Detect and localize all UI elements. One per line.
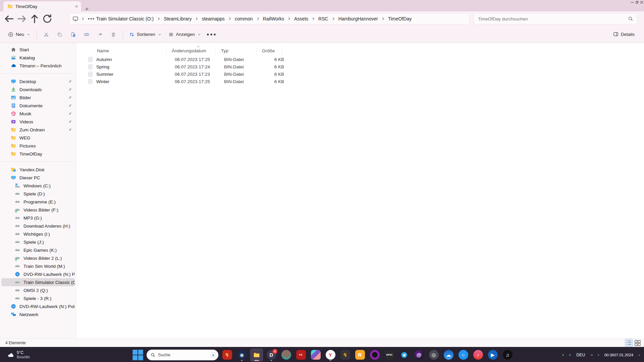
sidebar-item-epic-games-k-[interactable]: Epic Games (K:) xyxy=(1,246,75,254)
taskbar-app-obs[interactable]: ◎ xyxy=(427,349,440,361)
taskbar-app-telegram[interactable] xyxy=(398,349,411,361)
large-icons-view-toggle[interactable] xyxy=(634,339,641,346)
taskbar-app-profile[interactable] xyxy=(280,349,292,361)
details-view-toggle[interactable] xyxy=(625,339,633,346)
sidebar-item-spiele-3-r-[interactable]: Spiele - 3 (R:) xyxy=(1,294,75,302)
taskbar-app-yandex[interactable]: Y xyxy=(324,349,337,361)
taskbar-app-steam[interactable]: ◉ xyxy=(235,349,248,361)
sidebar-item-zum-ordnen[interactable]: Zum Ordnen xyxy=(1,126,75,134)
column-header-modified[interactable]: Änderungsdatum xyxy=(166,46,216,55)
antivirus-tray-icon[interactable] xyxy=(560,349,566,361)
breadcrumb-item[interactable]: common xyxy=(234,16,254,21)
sidebar-item-desktop[interactable]: Desktop xyxy=(1,77,75,85)
taskbar-app-signal[interactable]: ○ xyxy=(457,349,470,361)
table-row[interactable]: Summer06.07.2023 17:23BIN-Datei6 KB xyxy=(82,70,637,78)
column-header-name[interactable]: Name xyxy=(82,46,166,55)
view-button[interactable]: Anzeigen xyxy=(165,28,205,41)
restore-button[interactable] xyxy=(635,0,639,5)
sidebar-item-netzwerk[interactable]: Netzwerk xyxy=(1,310,75,318)
sidebar-item-mp3-g-[interactable]: MP3 (G:) xyxy=(1,214,75,222)
sidebar-item-downloads[interactable]: Downloads xyxy=(1,85,75,94)
new-button[interactable]: Neu xyxy=(5,28,34,41)
cut-button[interactable] xyxy=(40,28,53,41)
weather-widget[interactable]: 5°C Bewölkt xyxy=(5,347,33,362)
breadcrumb-item[interactable]: RailWorks xyxy=(262,16,285,21)
breadcrumb-overflow[interactable]: ••• xyxy=(87,16,96,21)
address-bar[interactable]: ••• Train Simulator Classic (O:)SteamLib… xyxy=(69,13,470,24)
column-header-size[interactable]: Größe xyxy=(257,46,282,55)
taskbar-app-itunes[interactable]: ♪ xyxy=(472,349,484,361)
taskbar-app-discord[interactable]: D4 xyxy=(265,349,278,361)
close-button[interactable] xyxy=(639,0,644,5)
sidebar-item-tilmann-pers-nlich[interactable]: Tilmann – Persönlich xyxy=(1,62,75,70)
taskbar-app-game[interactable] xyxy=(309,349,322,361)
sidebar-item-bilder[interactable]: Bilder xyxy=(1,94,75,102)
sidebar-item-yandex-disk[interactable]: Yandex.Disk xyxy=(1,166,75,174)
search-box[interactable]: TimeOfDay durchsuchen xyxy=(474,13,638,24)
tray-overflow-button[interactable] xyxy=(554,349,559,361)
share-button[interactable] xyxy=(93,28,107,41)
sidebar-item-train-sim-world-m-[interactable]: Train Sim World (M:) xyxy=(1,262,75,270)
table-row[interactable]: Winter06.07.2023 17:25BIN-Datei6 KB xyxy=(82,78,637,85)
windows-security-tray-icon[interactable] xyxy=(567,349,573,361)
sidebar-item-dvd-rw-laufwerk-n-polizei-201[interactable]: DVD-RW-Laufwerk (N:) Polizei 201 xyxy=(1,302,75,310)
sidebar-item-windows-c-[interactable]: Windows (C:) xyxy=(1,182,75,190)
notifications-bell-icon[interactable] xyxy=(637,349,642,361)
breadcrumb-item[interactable]: steamapps xyxy=(201,16,225,21)
rename-button[interactable] xyxy=(80,28,93,41)
device-tray-icon[interactable] xyxy=(589,349,594,361)
taskbar-app-thunder[interactable]: ☁ xyxy=(442,349,455,361)
column-header-type[interactable]: Typ xyxy=(216,46,257,55)
sidebar-item-videos[interactable]: Videos xyxy=(1,118,75,126)
sidebar-item-programme-e-[interactable]: Programme (E:) xyxy=(1,198,75,206)
start-button[interactable] xyxy=(131,349,144,361)
taskbar-app-epic[interactable]: EPIC xyxy=(383,349,396,361)
sidebar-item-musik[interactable]: Musik xyxy=(1,110,75,118)
sidebar-item-timeofday[interactable]: TimeOfDay xyxy=(1,150,75,158)
breadcrumb-item[interactable]: HamburgHannover xyxy=(338,16,379,21)
breadcrumb-item[interactable]: TimeOfDay xyxy=(387,16,412,21)
breadcrumb-item[interactable]: RSC xyxy=(318,16,329,21)
trash-button[interactable] xyxy=(107,28,120,41)
forward-button[interactable] xyxy=(15,13,28,24)
taskbar-search[interactable]: Suche b xyxy=(147,350,218,360)
sidebar-item-download-anderes-h-[interactable]: Download Anderes (H:) xyxy=(1,222,75,230)
sidebar-item-weg[interactable]: WEG xyxy=(1,134,75,142)
new-tab-button[interactable] xyxy=(85,7,89,11)
taskbar-app-tiktok[interactable]: ♫ xyxy=(501,349,514,361)
taskbar-app-rockstar[interactable]: R xyxy=(354,349,366,361)
breadcrumb-item[interactable]: SteamLibrary xyxy=(163,16,192,21)
sidebar-item-spiele-j-[interactable]: Spiele (J:) xyxy=(1,238,75,246)
up-button[interactable] xyxy=(28,13,41,24)
breadcrumb-item[interactable]: Train Simulator Classic (O:) xyxy=(96,16,154,21)
sidebar-item-wichtiges-i-[interactable]: Wichtiges (I:) xyxy=(1,230,75,238)
taskbar-app-opera[interactable] xyxy=(368,349,381,361)
sidebar-item-pictures[interactable]: Pictures xyxy=(1,142,75,150)
sidebar-item-videos-bilder-f-[interactable]: Videos Bilder (F:) xyxy=(1,206,75,214)
sidebar-item-spiele-d-[interactable]: Spiele (D:) xyxy=(1,190,75,198)
sidebar-item-dieser-pc[interactable]: Dieser PC xyxy=(1,174,75,182)
refresh-button[interactable] xyxy=(41,13,54,24)
sidebar-item-start[interactable]: Start xyxy=(1,46,75,54)
taskbar-app-swirl[interactable]: @ xyxy=(413,349,425,361)
sidebar-item-omsi-2-q-[interactable]: OMSI 2 (Q:) xyxy=(1,286,75,294)
explorer-tab[interactable]: TimeOfDay xyxy=(3,1,81,11)
copy-button[interactable] xyxy=(53,28,66,41)
tab-close-icon[interactable] xyxy=(74,4,78,8)
table-row[interactable]: Autumn06.07.2023 17:25BIN-Datei6 KB xyxy=(82,56,637,63)
breadcrumb-item[interactable]: Assets xyxy=(293,16,309,21)
taskbar-app-explorer[interactable] xyxy=(250,349,263,361)
sidebar-item-videos-bilder-2-l-[interactable]: Videos Bilder 2 (L:) xyxy=(1,254,75,262)
back-button[interactable] xyxy=(3,13,15,24)
volume-tray-icon[interactable] xyxy=(596,349,601,361)
sort-button[interactable]: Sortieren xyxy=(126,28,165,41)
sidebar-item-train-simulator-classic-o-[interactable]: Train Simulator Classic (O:) xyxy=(1,278,75,286)
minimize-button[interactable] xyxy=(630,0,635,5)
taskbar-app-lightning[interactable]: ↯ xyxy=(221,349,233,361)
paste-button[interactable] xyxy=(66,28,80,41)
taskbar-app-winamp[interactable]: ↯ xyxy=(339,349,352,361)
sidebar-item-katalog[interactable]: Katalog xyxy=(1,54,75,62)
taskbar-app-ps[interactable]: ▶ xyxy=(486,349,499,361)
more-options-button[interactable] xyxy=(205,28,218,41)
sidebar-item-dokumente[interactable]: Dokumente xyxy=(1,102,75,110)
